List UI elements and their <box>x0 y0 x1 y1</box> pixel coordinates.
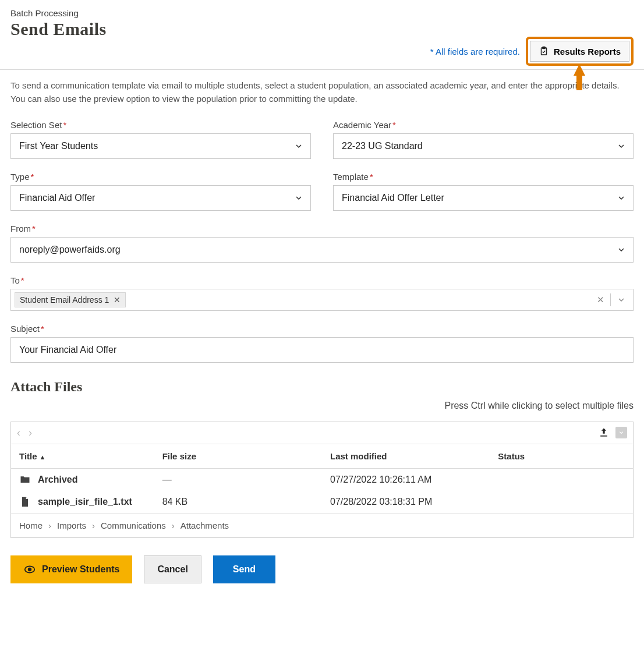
file-icon <box>19 496 31 508</box>
to-chip-label: Student Email Address 1 <box>20 295 109 305</box>
field-from: From* noreply@powerfaids.org <box>10 224 634 263</box>
field-selection-set: Selection Set* First Year Students <box>10 120 311 159</box>
download-icon[interactable] <box>615 427 627 438</box>
file-table-header-row: Title▲ File size Last modified Status <box>11 444 633 469</box>
chevron-down-icon <box>294 141 303 151</box>
field-type: Type* Financial Aid Offer <box>10 172 311 211</box>
cancel-button[interactable]: Cancel <box>144 555 201 583</box>
file-size: — <box>154 468 322 491</box>
sort-asc-icon: ▲ <box>40 454 46 461</box>
results-reports-button[interactable]: Results Reports <box>530 41 629 62</box>
field-to: To* Student Email Address 1 ✕ ✕ <box>10 275 634 311</box>
crumb[interactable]: Attachments <box>181 521 229 530</box>
select-from[interactable]: noreply@powerfaids.org <box>10 237 634 263</box>
crumb[interactable]: Communications <box>101 521 166 530</box>
remove-chip-icon[interactable]: ✕ <box>114 295 121 305</box>
chevron-right-icon: › <box>92 521 95 530</box>
send-button[interactable]: Send <box>213 555 275 583</box>
preview-students-label: Preview Students <box>42 564 119 575</box>
results-reports-label: Results Reports <box>554 47 621 56</box>
header-divider <box>0 69 644 70</box>
field-subject: Subject* Your Financial Aid Offer <box>10 324 634 363</box>
select-type[interactable]: Financial Aid Offer <box>10 185 311 211</box>
breadcrumb-eyebrow: Batch Processing <box>10 8 634 18</box>
chevron-down-icon <box>617 141 626 151</box>
input-subject-value: Your Financial Aid Offer <box>19 345 116 355</box>
field-template: Template* Financial Aid Offer Letter <box>333 172 634 211</box>
file-breadcrumbs: Home › Imports › Communications › Attach… <box>11 513 633 537</box>
label-selection-set: Selection Set* <box>10 120 311 130</box>
label-subject: Subject* <box>10 324 634 334</box>
label-type: Type* <box>10 172 311 182</box>
clipboard-check-icon <box>539 46 549 56</box>
label-template: Template* <box>333 172 634 182</box>
file-size: 84 KB <box>154 491 322 513</box>
callout-arrow-stem <box>576 75 582 90</box>
label-academic-year: Academic Year* <box>333 120 634 130</box>
action-buttons: Preview Students Cancel Send <box>10 555 634 583</box>
results-reports-highlight: Results Reports <box>526 37 634 66</box>
table-row[interactable]: sample_isir_file_1.txt 84 KB 07/28/2022 … <box>11 491 633 513</box>
chevron-down-icon <box>294 193 303 203</box>
select-template-value: Financial Aid Offer Letter <box>342 193 444 203</box>
col-file-size[interactable]: File size <box>154 444 322 469</box>
select-academic-year-value: 22-23 UG Standard <box>342 141 423 151</box>
svg-rect-2 <box>600 436 607 437</box>
label-from: From* <box>10 224 634 233</box>
select-academic-year[interactable]: 22-23 UG Standard <box>333 133 634 159</box>
to-chip: Student Email Address 1 ✕ <box>15 292 126 307</box>
clear-all-icon[interactable]: ✕ <box>597 295 604 305</box>
crumb[interactable]: Home <box>19 521 43 530</box>
chevron-right-icon: › <box>48 521 51 530</box>
select-selection-set-value: First Year Students <box>19 141 98 151</box>
field-academic-year: Academic Year* 22-23 UG Standard <box>333 120 634 159</box>
svg-rect-1 <box>543 47 546 49</box>
nav-back-icon[interactable]: ‹ <box>17 427 20 439</box>
file-modified: 07/28/2022 03:18:31 PM <box>322 491 490 513</box>
separator <box>610 293 611 306</box>
col-last-modified[interactable]: Last modified <box>322 444 490 469</box>
select-template[interactable]: Financial Aid Offer Letter <box>333 185 634 211</box>
folder-icon <box>19 474 31 486</box>
chevron-down-icon[interactable] <box>617 295 626 305</box>
select-from-value: noreply@powerfaids.org <box>19 245 121 255</box>
col-status[interactable]: Status <box>490 444 633 469</box>
svg-point-4 <box>29 568 31 571</box>
attach-files-heading: Attach Files <box>10 379 634 395</box>
file-table: Title▲ File size Last modified Status Ar… <box>11 444 633 513</box>
eye-icon <box>23 563 36 576</box>
crumb[interactable]: Imports <box>57 521 86 530</box>
label-to: To* <box>10 275 634 285</box>
nav-forward-icon[interactable]: › <box>29 427 32 439</box>
page-title: Send Emails <box>10 19 634 39</box>
preview-students-button[interactable]: Preview Students <box>10 555 132 583</box>
file-title: Archived <box>38 475 77 485</box>
col-title[interactable]: Title▲ <box>11 444 154 469</box>
input-subject[interactable]: Your Financial Aid Offer <box>10 337 634 363</box>
callout-arrow-icon <box>574 64 585 76</box>
upload-icon[interactable] <box>598 427 610 438</box>
intro-text: To send a communication template via ema… <box>10 79 628 106</box>
file-browser: ‹ › Title▲ File size Last modified Statu… <box>10 422 634 538</box>
multiselect-to[interactable]: Student Email Address 1 ✕ ✕ <box>10 289 634 311</box>
select-selection-set[interactable]: First Year Students <box>10 133 311 159</box>
file-toolbar: ‹ › <box>11 422 633 444</box>
select-type-value: Financial Aid Offer <box>19 193 95 203</box>
chevron-right-icon: › <box>172 521 175 530</box>
file-status <box>490 468 633 491</box>
multi-select-hint: Press Ctrl while clicking to select mult… <box>10 401 634 411</box>
file-modified: 07/27/2022 10:26:11 AM <box>322 468 490 491</box>
required-fields-note: * All fields are required. <box>430 47 520 56</box>
chevron-down-icon <box>617 245 626 254</box>
table-row[interactable]: Archived — 07/27/2022 10:26:11 AM <box>11 468 633 491</box>
file-title: sample_isir_file_1.txt <box>38 497 132 507</box>
chevron-down-icon <box>617 193 626 203</box>
file-status <box>490 491 633 513</box>
